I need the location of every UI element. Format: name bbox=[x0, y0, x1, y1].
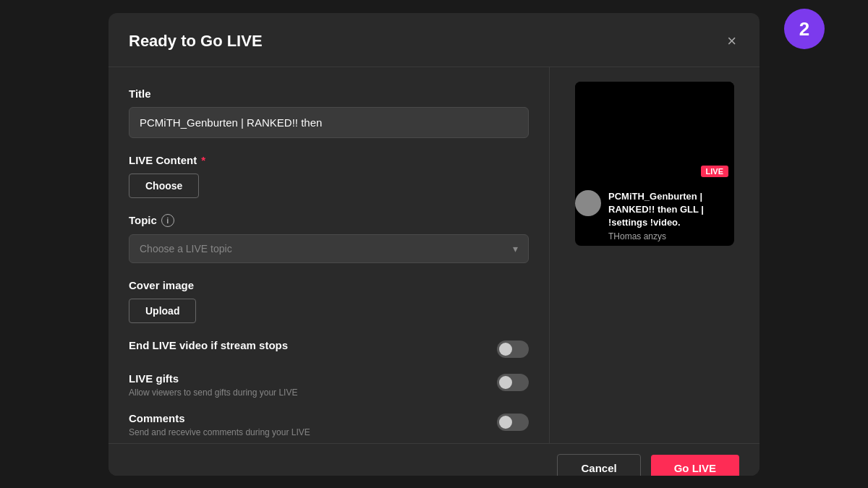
chevron-down-icon: ▾ bbox=[513, 243, 518, 254]
preview-text: PCMiTH_Genburten | RANKED!! then GLL | !… bbox=[608, 190, 734, 242]
comments-toggle[interactable] bbox=[497, 414, 529, 431]
go-live-button[interactable]: Go LIVE bbox=[651, 455, 739, 476]
live-gifts-label: LIVE gifts bbox=[129, 372, 485, 385]
comments-toggle-row: Comments Send and recevive comments duri… bbox=[129, 412, 529, 437]
info-icon: i bbox=[161, 214, 174, 227]
end-live-info: End LIVE video if stream stops bbox=[129, 339, 485, 354]
title-input[interactable] bbox=[129, 107, 529, 138]
modal-overlay: Ready to Go LIVE × Title LIVE Content* C… bbox=[0, 0, 868, 488]
modal-title: Ready to Go LIVE bbox=[129, 32, 263, 51]
preview-section: LIVE PCMiTH_Genburten | RANKED!! then GL… bbox=[550, 67, 760, 443]
topic-group: Topic i Choose a LIVE topic ▾ bbox=[129, 214, 529, 263]
end-live-slider bbox=[497, 341, 529, 358]
live-gifts-toggle-row: LIVE gifts Allow viewers to send gifts d… bbox=[129, 372, 529, 398]
required-marker: * bbox=[201, 154, 205, 166]
cover-image-group: Cover image Upload bbox=[129, 279, 529, 323]
end-live-label: End LIVE video if stream stops bbox=[129, 339, 485, 351]
form-section: Title LIVE Content* Choose Topic i bbox=[109, 67, 550, 443]
modal-header: Ready to Go LIVE × bbox=[109, 13, 760, 67]
video-thumbnail: LIVE bbox=[575, 82, 734, 183]
comments-slider bbox=[497, 414, 529, 431]
title-label: Title bbox=[129, 87, 529, 100]
cancel-button[interactable]: Cancel bbox=[557, 454, 640, 476]
preview-info: PCMiTH_Genburten | RANKED!! then GLL | !… bbox=[575, 183, 734, 247]
close-button[interactable]: × bbox=[724, 30, 739, 52]
comments-label: Comments bbox=[129, 412, 485, 424]
live-content-group: LIVE Content* Choose bbox=[129, 154, 529, 198]
end-live-toggle[interactable] bbox=[497, 341, 529, 358]
live-badge: LIVE bbox=[701, 166, 728, 177]
end-live-toggle-row: End LIVE video if stream stops bbox=[129, 339, 529, 358]
live-gifts-slider bbox=[497, 374, 529, 391]
upload-button[interactable]: Upload bbox=[129, 299, 196, 323]
modal-container: Ready to Go LIVE × Title LIVE Content* C… bbox=[109, 13, 760, 476]
live-gifts-info: LIVE gifts Allow viewers to send gifts d… bbox=[129, 372, 485, 398]
preview-stream-title: PCMiTH_Genburten | RANKED!! then GLL | !… bbox=[608, 190, 734, 230]
modal-body: Title LIVE Content* Choose Topic i bbox=[109, 67, 760, 443]
avatar bbox=[575, 190, 601, 216]
comments-sublabel: Send and recevive comments during your L… bbox=[129, 427, 485, 437]
topic-placeholder: Choose a LIVE topic bbox=[140, 243, 232, 254]
modal-footer: Cancel Go LIVE bbox=[109, 443, 760, 476]
live-content-label: LIVE Content* bbox=[129, 154, 529, 166]
cover-image-label: Cover image bbox=[129, 279, 529, 291]
live-gifts-toggle[interactable] bbox=[497, 374, 529, 391]
preview-username: THomas anzys bbox=[608, 231, 734, 241]
choose-button[interactable]: Choose bbox=[129, 174, 199, 198]
live-gifts-sublabel: Allow viewers to send gifts during your … bbox=[129, 388, 485, 398]
comments-info: Comments Send and recevive comments duri… bbox=[129, 412, 485, 437]
topic-label: Topic i bbox=[129, 214, 529, 227]
video-preview: LIVE PCMiTH_Genburten | RANKED!! then GL… bbox=[575, 82, 734, 247]
title-group: Title bbox=[129, 87, 529, 138]
topic-dropdown[interactable]: Choose a LIVE topic ▾ bbox=[129, 234, 529, 263]
